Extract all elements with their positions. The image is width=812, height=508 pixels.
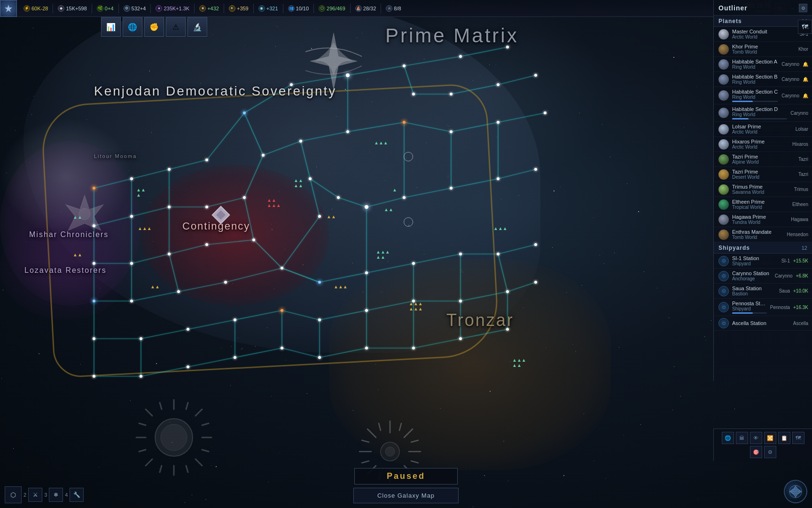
resource-stability[interactable]: ⬡ 296/469 [316, 4, 348, 13]
star-node[interactable] [168, 206, 171, 208]
star-node[interactable] [243, 111, 246, 114]
star-node[interactable] [93, 337, 95, 340]
planet-item-eltheen-prime[interactable]: Eltheen Prime Tropical World Eltheen [714, 197, 812, 212]
planet-item-habitable-a[interactable]: Habitable Section A Ring World Carynno 🔔 [714, 57, 812, 72]
star-node[interactable] [130, 177, 133, 180]
resource-energy[interactable]: ⚡ 60K-28 [21, 4, 51, 13]
resource-army[interactable]: ⚔ 8/8 [383, 4, 404, 13]
shipyards-section-header[interactable]: Shipyards 12 [714, 242, 812, 254]
star-node[interactable] [177, 290, 180, 293]
star-node[interactable] [318, 318, 321, 321]
planet-item-habitable-b[interactable]: Habitable Section B Ring World Carynno 🔔 [714, 72, 812, 87]
resource-influence[interactable]: ★ +432 [196, 4, 222, 13]
star-node[interactable] [281, 347, 283, 349]
star-node[interactable] [497, 253, 500, 255]
star-node[interactable] [497, 83, 500, 86]
galaxy-map[interactable]: Kenjodan Democratic Sovereignty Prime Ma… [0, 0, 812, 508]
toolbar-technology-btn[interactable]: 🔬 [187, 17, 207, 37]
star-node[interactable] [337, 196, 340, 199]
galaxy-globe-button[interactable] [784, 480, 807, 503]
planet-item-hixaros-prime[interactable]: Hixaros Prime Arctic World Hixaros [714, 137, 812, 152]
toolbar-situations-btn[interactable]: ⚠ [166, 17, 186, 37]
star-node[interactable] [187, 365, 189, 368]
star-node[interactable] [450, 187, 453, 190]
outliner-filter-target[interactable]: 🎯 [750, 446, 762, 458]
star-node[interactable] [459, 300, 462, 302]
star-node[interactable] [168, 168, 171, 171]
star-node[interactable] [497, 121, 500, 124]
star-node[interactable] [281, 267, 283, 270]
star-node[interactable] [140, 337, 142, 340]
planet-item-habitable-d[interactable]: Habitable Section D Ring World Carynno [714, 104, 812, 122]
star-node[interactable] [412, 347, 415, 349]
star-node[interactable] [130, 215, 133, 218]
star-node[interactable] [299, 140, 302, 143]
star-node[interactable] [403, 196, 406, 199]
star-node[interactable] [318, 215, 321, 218]
star-node[interactable] [234, 318, 236, 321]
star-node[interactable] [262, 154, 265, 157]
star-node[interactable] [187, 328, 189, 331]
star-node[interactable] [450, 130, 453, 133]
star-node[interactable] [365, 271, 368, 274]
shipyard-item-carynno[interactable]: ⬡ Carynno Station Anchorage Carynno +6.8… [714, 269, 812, 284]
planet-item-tazri-desert[interactable]: Tazri Prime Desert World Tazri [714, 167, 812, 182]
star-node[interactable] [544, 111, 547, 114]
planet-item-hagawa-prime[interactable]: Hagawa Prime Tundra World Hagawa [714, 212, 812, 227]
star-node[interactable] [318, 356, 321, 359]
planet-item-lolsar-prime[interactable]: Lolsar Prime Arctic World Lolsar [714, 122, 812, 137]
star-node[interactable] [346, 130, 349, 133]
outliner-filter-buildings[interactable]: 🏛 [736, 432, 748, 444]
star-node[interactable] [224, 281, 227, 284]
outliner-filter-globe[interactable]: 🌐 [722, 432, 734, 444]
star-node[interactable] [365, 205, 368, 209]
star-node[interactable] [234, 356, 236, 359]
resource-alloys[interactable]: ⚙ 532+4 [121, 4, 149, 13]
toolbar-economy-btn[interactable]: 📊 [101, 17, 121, 37]
star-node[interactable] [459, 253, 462, 255]
star-node[interactable] [205, 243, 208, 246]
planet-item-khor-prime[interactable]: Khor Prime Tomb World Khor [714, 42, 812, 57]
resource-food[interactable]: 🌿 0+4 [94, 4, 117, 13]
bottom-icon-home[interactable]: ⬡ [5, 486, 22, 503]
star-node[interactable] [506, 290, 509, 293]
star-node[interactable] [318, 281, 321, 284]
star-node[interactable] [459, 337, 462, 340]
close-galaxy-map-button[interactable]: Close Galaxy Map [353, 488, 459, 503]
planet-item-enthras-mandate[interactable]: Enthras Mandate Tomb World Hensedon [714, 227, 812, 242]
shipyard-item-saua[interactable]: ⬡ Saua Station Bastion Saua +10.0K [714, 284, 812, 299]
star-node[interactable] [412, 300, 415, 302]
resource-fleet-power[interactable]: ⛵ 28/32 [352, 4, 379, 13]
star-node[interactable] [459, 55, 462, 58]
resource-minerals[interactable]: ◆ 15K+598 [55, 4, 89, 13]
star-node[interactable] [403, 121, 406, 124]
shipyard-item-si1[interactable]: ⬡ SI-1 Station Shipyard SI-1 +15.5K [714, 254, 812, 269]
resource-amenities[interactable]: ◉ +321 [256, 4, 281, 13]
star-node[interactable] [450, 93, 453, 95]
star-node[interactable] [130, 300, 133, 302]
star-node[interactable] [252, 238, 255, 241]
star-node[interactable] [168, 253, 171, 255]
star-node[interactable] [205, 206, 208, 208]
star-node[interactable] [93, 300, 95, 302]
outliner-filter-map[interactable]: 🗺 [792, 432, 804, 444]
star-node[interactable] [140, 375, 142, 378]
shortcut-military-btn[interactable]: ⚔ [28, 488, 42, 502]
shipyard-item-pennosta[interactable]: ⬡ Pennosta Station Shipyard Pennosta +16… [714, 299, 812, 316]
star-node[interactable] [93, 262, 95, 265]
planet-item-habitable-c[interactable]: Habitable Section C Ring World Carynno 🔔 [714, 87, 812, 104]
star-node[interactable] [93, 187, 95, 190]
star-node[interactable] [506, 46, 509, 48]
star-node[interactable] [205, 159, 208, 161]
star-node[interactable] [534, 74, 537, 77]
star-node[interactable] [130, 262, 133, 265]
star-node[interactable] [243, 196, 246, 199]
resource-unity[interactable]: ✦ +359 [226, 4, 251, 13]
shipyard-item-ascella[interactable]: ⬡ Ascella Station Ascella [714, 316, 812, 331]
toolbar-factions-btn[interactable]: ✊ [144, 17, 164, 37]
star-node[interactable] [534, 168, 537, 171]
shortcut-construction-btn[interactable]: 🔧 [70, 488, 84, 502]
outliner-filter-sort[interactable]: 🔀 [764, 432, 776, 444]
star-node[interactable] [309, 177, 312, 180]
toolbar-contacts-btn[interactable]: 🌐 [123, 17, 142, 37]
